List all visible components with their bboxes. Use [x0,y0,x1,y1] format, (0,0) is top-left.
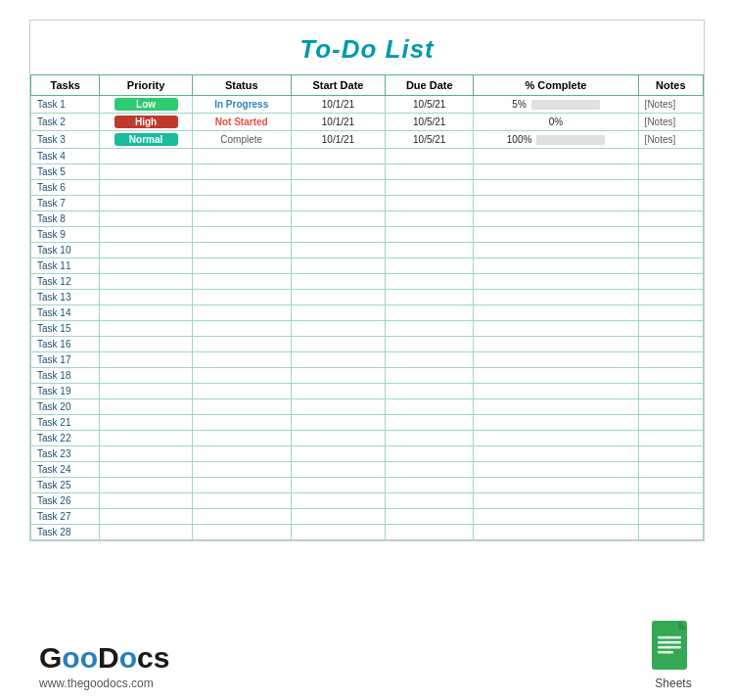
cell-priority [100,274,192,290]
col-notes: Notes [638,75,703,96]
sheets-icon-container: Sheets [652,621,695,690]
logo-cs: cs [137,641,169,674]
table-row: Task 10 [31,243,704,258]
cell-start-date [291,399,385,415]
cell-status [192,478,291,493]
table-row: Task 17 [31,352,704,368]
cell-percent [474,509,638,525]
cell-task: Task 24 [31,462,100,478]
logo-oo1: oo [62,641,98,674]
cell-start-date [291,431,385,446]
cell-due-date [386,258,474,274]
cell-percent [474,211,638,227]
cell-percent [474,462,638,478]
cell-percent [474,164,638,180]
table-row: Task 21 [31,415,704,431]
cell-task: Task 11 [31,258,100,274]
cell-percent [474,352,638,368]
table-row: Task 16 [31,337,704,352]
cell-task: Task 26 [31,493,100,509]
cell-task: Task 2 [31,114,100,131]
table-row: Task 23 [31,446,704,462]
logo-g: G [39,641,62,674]
cell-due-date [386,446,474,462]
table-row: Task 15 [31,321,704,337]
cell-notes [638,352,703,368]
cell-priority [100,321,192,337]
cell-priority [100,164,192,180]
cell-notes [638,525,703,540]
cell-notes [638,321,703,337]
cell-percent [474,525,638,540]
cell-priority [100,462,192,478]
cell-priority: Normal [100,131,192,149]
cell-start-date [291,290,385,305]
col-status: Status [192,75,291,96]
cell-task: Task 16 [31,337,100,352]
cell-status [192,352,291,368]
cell-priority [100,368,192,384]
cell-percent [474,431,638,446]
cell-task: Task 9 [31,227,100,243]
cell-due-date: 10/5/21 [386,131,474,149]
cell-percent [474,149,638,164]
table-row: Task 18 [31,368,704,384]
cell-due-date [386,493,474,509]
cell-notes [638,462,703,478]
cell-notes [638,384,703,399]
cell-start-date [291,258,385,274]
cell-due-date [386,321,474,337]
table-row: Task 25 [31,478,704,493]
cell-percent: 100% [474,131,638,149]
cell-notes [638,493,703,509]
table-row: Task 9 [31,227,704,243]
col-tasks: Tasks [31,75,100,96]
cell-task: Task 28 [31,525,100,540]
cell-status [192,525,291,540]
cell-notes [638,243,703,258]
cell-status [192,446,291,462]
todo-table: Tasks Priority Status Start Date Due Dat… [30,74,704,540]
goodocs-logo: GooDocs www.thegoodocs.com [39,641,169,690]
cell-priority [100,290,192,305]
cell-status [192,509,291,525]
svg-rect-3 [658,641,681,644]
cell-priority: Low [100,96,192,114]
cell-task: Task 7 [31,196,100,211]
cell-priority [100,352,192,368]
cell-due-date [386,462,474,478]
table-row: Task 12 [31,274,704,290]
cell-due-date [386,149,474,164]
cell-due-date [386,337,474,352]
cell-percent [474,321,638,337]
cell-task: Task 22 [31,431,100,446]
cell-task: Task 18 [31,368,100,384]
cell-due-date [386,243,474,258]
cell-start-date [291,211,385,227]
table-header-row: Tasks Priority Status Start Date Due Dat… [31,75,704,96]
cell-task: Task 20 [31,399,100,415]
table-row: Task 3NormalComplete10/1/2110/5/21100% [… [31,131,704,149]
cell-task: Task 19 [31,384,100,399]
cell-priority [100,384,192,399]
cell-task: Task 8 [31,211,100,227]
cell-percent [474,384,638,399]
table-row: Task 7 [31,196,704,211]
cell-start-date [291,196,385,211]
table-row: Task 8 [31,211,704,227]
cell-task: Task 5 [31,164,100,180]
cell-notes [638,446,703,462]
cell-due-date [386,274,474,290]
cell-task: Task 1 [31,96,100,114]
cell-priority: High [100,114,192,131]
cell-status [192,493,291,509]
cell-task: Task 4 [31,149,100,164]
cell-start-date [291,164,385,180]
cell-start-date [291,478,385,493]
cell-start-date [291,337,385,352]
table-row: Task 28 [31,525,704,540]
cell-notes: [Notes] [638,96,703,114]
cell-due-date [386,478,474,493]
col-priority: Priority [100,75,192,96]
cell-start-date [291,227,385,243]
